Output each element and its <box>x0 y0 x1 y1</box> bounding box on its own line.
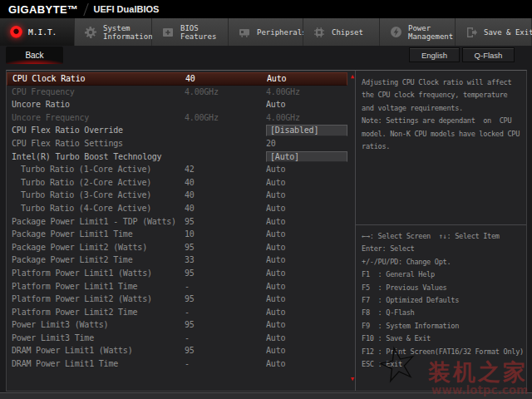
setting-option[interactable]: [Disabled] <box>266 124 347 137</box>
setting-option[interactable]: 4.00GHz <box>266 111 347 125</box>
setting-label: Platform Power Limit2 (Watts) <box>12 293 185 306</box>
setting-label: CPU Flex Ratio Settings <box>12 137 185 150</box>
setting-option[interactable]: Auto <box>266 332 347 345</box>
bios-screen: GIGABYTE™ UEFI DualBIOS M.I.T.SystemInfo… <box>0 0 532 399</box>
settings-row[interactable]: CPU Flex Ratio Override[Disabled] <box>7 124 347 137</box>
qflash-button[interactable]: Q-Flash <box>462 47 515 62</box>
shortcut-item: ESC : Exit <box>362 358 524 371</box>
setting-label: Package Power Limit1 Time <box>12 228 185 241</box>
scroll-down-icon[interactable]: ▼ <box>351 376 354 382</box>
setting-value: - <box>185 357 266 371</box>
shortcut-item: Enter: Select <box>362 243 524 255</box>
settings-row[interactable]: Turbo Ratio (4-Core Active)40Auto <box>7 202 347 215</box>
setting-value: 40 <box>185 202 266 215</box>
tab-system-information[interactable]: SystemInformation <box>75 18 152 46</box>
settings-row[interactable]: DRAM Power Limit1 Time-Auto <box>7 357 347 371</box>
settings-row[interactable]: Platform Power Limit2 (Watts)95Auto <box>7 293 347 306</box>
settings-row[interactable]: Turbo Ratio (1-Core Active)42Auto <box>7 163 347 176</box>
setting-option[interactable]: Auto <box>266 357 347 371</box>
setting-label: Uncore Ratio <box>12 98 185 111</box>
setting-option[interactable]: Auto <box>266 228 347 241</box>
setting-value: 4.00GHz <box>185 111 266 125</box>
main-content: CPU Clock Ratio40AutoCPU Frequency4.00GH… <box>6 70 527 392</box>
tab-power-management[interactable]: PowerManagement <box>380 18 456 46</box>
setting-option[interactable]: Auto <box>266 163 347 176</box>
settings-row[interactable]: Package Power Limit1 - TDP (Watts)95Auto <box>7 215 347 229</box>
mit-dot-icon <box>9 26 22 39</box>
language-button[interactable]: English <box>409 47 460 62</box>
back-button[interactable]: Back <box>6 47 63 64</box>
setting-option[interactable]: Auto <box>266 318 347 332</box>
setting-label: Power Limit3 (Watts) <box>12 318 185 332</box>
setting-label: Turbo Ratio (2-Core Active) <box>12 176 185 190</box>
tab-peripherals[interactable]: Peripherals <box>229 18 303 46</box>
shortcut-item: F12 : Print Screen(FAT16/32 Format Only) <box>362 346 524 358</box>
settings-row[interactable]: Package Power Limit1 Time10Auto <box>7 228 347 241</box>
setting-option[interactable]: Auto <box>266 189 347 202</box>
gear-icon <box>84 26 97 39</box>
setting-option[interactable]: Auto <box>267 73 347 85</box>
settings-row[interactable]: Power Limit3 (Watts)95Auto <box>7 318 347 332</box>
peripherals-icon <box>238 26 251 39</box>
setting-label: DRAM Power Limit1 (Watts) <box>12 344 185 357</box>
setting-option-box[interactable]: [Disabled] <box>266 125 347 136</box>
settings-row[interactable]: Turbo Ratio (2-Core Active)40Auto <box>7 176 347 190</box>
settings-row[interactable]: Platform Power Limit1 Time-Auto <box>7 280 347 293</box>
setting-option[interactable]: Auto <box>266 344 347 357</box>
shortcut-item: F8 : Q-Flash <box>362 307 524 319</box>
setting-option[interactable]: Auto <box>266 98 347 111</box>
setting-value: 95 <box>185 293 266 306</box>
setting-option[interactable]: 4.00GHz <box>266 86 347 99</box>
chip-icon <box>313 26 326 39</box>
setting-option[interactable]: Auto <box>266 293 347 306</box>
scroll-up-icon[interactable]: ▲ <box>351 73 354 80</box>
setting-value: 33 <box>185 254 266 267</box>
tab-label: SystemInformation <box>103 24 153 41</box>
drive-plus-icon <box>161 26 175 39</box>
settings-row[interactable]: Package Power Limit2 Time33Auto <box>7 254 347 267</box>
setting-value: 40 <box>185 176 266 190</box>
setting-option[interactable]: Auto <box>266 267 347 280</box>
settings-row[interactable]: CPU Clock Ratio40Auto <box>7 72 347 86</box>
settings-row[interactable]: Platform Power Limit2 Time-Auto <box>7 306 347 319</box>
settings-row[interactable]: Platform Power Limit1 (Watts)95Auto <box>7 267 347 280</box>
header-divider <box>83 3 88 16</box>
setting-option[interactable]: Auto <box>266 306 347 319</box>
tab-bios-features[interactable]: BIOSFeatures <box>152 18 229 46</box>
setting-value: 42 <box>185 163 266 176</box>
setting-value: 40 <box>185 189 266 202</box>
setting-value <box>185 137 266 150</box>
settings-row[interactable]: Uncore Frequency4.00GHz4.00GHz <box>7 111 347 125</box>
setting-label: Platform Power Limit1 Time <box>12 280 185 293</box>
shortcut-item: F9 : System Information <box>362 320 524 332</box>
settings-row[interactable]: Package Power Limit2 (Watts)95Auto <box>7 241 347 254</box>
setting-option-box[interactable]: [Auto] <box>266 151 347 163</box>
settings-row[interactable]: CPU Flex Ratio Settings20 <box>7 137 347 150</box>
setting-option[interactable]: Auto <box>266 202 347 215</box>
settings-row[interactable]: Turbo Ratio (3-Core Active)40Auto <box>7 189 347 202</box>
setting-option[interactable]: Auto <box>266 280 347 293</box>
settings-row[interactable]: CPU Frequency4.00GHz4.00GHz <box>7 86 347 99</box>
setting-value: 95 <box>185 215 266 229</box>
setting-option[interactable]: 20 <box>266 137 347 150</box>
setting-option[interactable]: Auto <box>266 254 347 267</box>
setting-option[interactable]: [Auto] <box>266 150 347 164</box>
tab-save-exit[interactable]: Save & Exit <box>456 18 532 46</box>
settings-row[interactable]: Uncore RatioAuto <box>7 98 347 111</box>
setting-label: Platform Power Limit1 (Watts) <box>12 267 185 280</box>
setting-value <box>185 150 266 164</box>
help-line: Note: Settings are dependant on CPU <box>362 115 524 127</box>
tab-mit[interactable]: M.I.T. <box>0 18 75 46</box>
setting-option[interactable]: Auto <box>266 241 347 254</box>
settings-row[interactable]: Intel(R) Turbo Boost Technology[Auto] <box>7 150 347 164</box>
setting-label: Package Power Limit1 - TDP (Watts) <box>12 215 185 229</box>
settings-row[interactable]: Power Limit3 Time-Auto <box>7 332 347 345</box>
help-panel: Adjusting CPU Clock ratio will affectthe… <box>355 71 526 391</box>
setting-option[interactable]: Auto <box>266 176 347 190</box>
setting-label: Turbo Ratio (3-Core Active) <box>12 189 185 202</box>
setting-option[interactable]: Auto <box>266 215 347 229</box>
help-text: Adjusting CPU Clock ratio will affectthe… <box>356 71 526 225</box>
settings-row[interactable]: DRAM Power Limit1 (Watts)95Auto <box>7 344 347 357</box>
help-line: model. Non-K CPU models have locked CPU <box>362 128 524 140</box>
tab-chipset[interactable]: Chipset <box>303 18 380 46</box>
